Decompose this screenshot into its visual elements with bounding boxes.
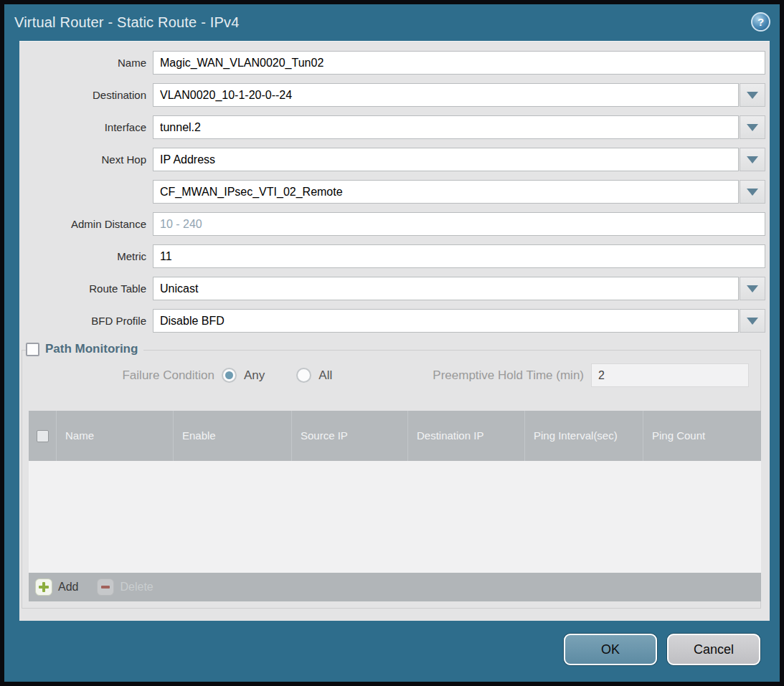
chevron-down-icon [747, 318, 758, 325]
next-hop-type-input[interactable] [153, 148, 739, 171]
preemptive-hold-time-field: Preemptive Hold Time (min) [433, 363, 749, 387]
path-monitoring-title: Path Monitoring [45, 342, 138, 356]
chevron-down-icon [747, 92, 758, 99]
next-hop-label: Next Hop [25, 153, 153, 166]
form-row-destination: Destination [19, 83, 770, 107]
dialog-title: Virtual Router - Static Route - IPv4 [14, 4, 240, 41]
form-row-next-hop-address [19, 180, 770, 204]
form-row-metric: Metric [19, 244, 770, 268]
ok-button[interactable]: OK [564, 634, 657, 665]
route-table-label: Route Table [25, 282, 153, 295]
cancel-button[interactable]: Cancel [667, 634, 760, 665]
table-header-ping-interval: Ping Interval(sec) [525, 411, 643, 461]
table-header-select-all [29, 411, 57, 461]
route-table-dropdown-button[interactable] [740, 277, 765, 300]
form-row-bfd-profile: BFD Profile [19, 309, 770, 333]
table-header-destination-ip: Destination IP [408, 411, 525, 461]
dialog-body: Name Destination Interface [19, 41, 770, 621]
failure-condition-all-radio[interactable] [296, 368, 311, 383]
add-button-label: Add [58, 581, 78, 594]
delete-button[interactable]: Delete [97, 578, 153, 596]
table-header-name: Name [57, 411, 174, 461]
path-monitoring-group: Path Monitoring Failure Condition Any Al… [22, 350, 761, 609]
failure-condition-any-radio[interactable] [222, 368, 237, 383]
delete-button-label: Delete [120, 581, 153, 594]
form-row-route-table: Route Table [19, 277, 770, 300]
table-header-enable: Enable [174, 411, 292, 461]
table-action-bar: Add Delete [29, 573, 761, 601]
table-header-row: Name Enable Source IP Destination IP Pin… [29, 411, 761, 461]
table-header-source-ip: Source IP [292, 411, 408, 461]
chevron-down-icon [747, 124, 758, 131]
destination-label: Destination [25, 89, 153, 101]
chevron-down-icon [747, 156, 758, 163]
name-label: Name [25, 57, 153, 69]
failure-condition-all-label: All [318, 368, 332, 383]
next-hop-type-dropdown-button[interactable] [740, 148, 765, 171]
static-route-form: Name Destination Interface [19, 51, 770, 341]
table-header-ping-count: Ping Count [643, 411, 761, 461]
form-row-name: Name [19, 51, 770, 75]
path-monitoring-checkbox[interactable] [26, 343, 39, 356]
add-button[interactable]: Add [35, 578, 78, 596]
form-row-admin-distance: Admin Distance [19, 212, 770, 236]
interface-input[interactable] [153, 115, 739, 139]
failure-condition-row: Failure Condition Any All Preemptive Hol… [22, 363, 760, 387]
interface-label: Interface [25, 121, 153, 133]
failure-condition-label: Failure Condition [22, 368, 222, 383]
chevron-down-icon [747, 285, 758, 292]
bfd-profile-dropdown-button[interactable] [740, 309, 765, 333]
admin-distance-input[interactable] [153, 212, 765, 236]
admin-distance-label: Admin Distance [25, 218, 153, 230]
preemptive-hold-time-label: Preemptive Hold Time (min) [433, 368, 584, 383]
form-row-interface: Interface [19, 115, 770, 139]
next-hop-address-dropdown-button[interactable] [740, 180, 765, 204]
chevron-down-icon [747, 189, 758, 196]
static-route-dialog: Virtual Router - Static Route - IPv4 ? N… [0, 0, 784, 686]
select-all-checkbox[interactable] [37, 430, 49, 442]
minus-icon [97, 578, 114, 596]
form-row-next-hop: Next Hop [19, 148, 770, 171]
bfd-profile-label: BFD Profile [25, 315, 153, 327]
interface-dropdown-button[interactable] [740, 115, 765, 139]
bfd-profile-input[interactable] [153, 309, 739, 333]
metric-label: Metric [25, 250, 153, 262]
next-hop-address-input[interactable] [153, 180, 739, 204]
metric-input[interactable] [153, 244, 765, 268]
destination-input[interactable] [153, 83, 739, 107]
path-monitoring-header: Path Monitoring [26, 342, 143, 356]
route-table-input[interactable] [153, 277, 739, 300]
plus-icon [35, 578, 52, 596]
destination-dropdown-button[interactable] [740, 83, 765, 107]
table-body-empty [29, 461, 761, 573]
preemptive-hold-time-input[interactable] [591, 363, 749, 387]
failure-condition-any-label: Any [244, 368, 265, 383]
name-input[interactable] [153, 51, 765, 75]
path-monitoring-table: Name Enable Source IP Destination IP Pin… [29, 411, 761, 601]
help-icon[interactable]: ? [751, 12, 770, 32]
